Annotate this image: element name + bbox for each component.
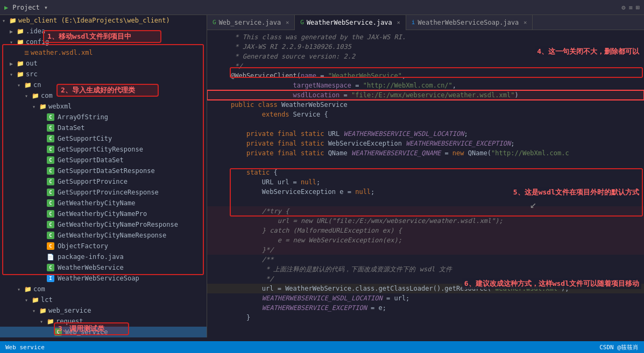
- class-icon-getsupportprovinceresponse: C: [47, 189, 54, 196]
- status-left: Web service: [5, 344, 45, 351]
- code-line-priv2: private final static WebServiceException…: [207, 139, 644, 148]
- code-content-urlfile: url = new URL("file:/E:/wmx/webservice/w…: [229, 216, 644, 226]
- code-editor[interactable]: * This class was generated by the JAX-WS…: [207, 30, 644, 325]
- code-line-3: * Generated source version: 2.2: [207, 52, 644, 61]
- tree-src[interactable]: ▾ 📁 src: [0, 69, 207, 80]
- tree-getweatherbycitynameproresponse[interactable]: ▶ C GetWeatherbyCityNameProResponse: [0, 219, 207, 230]
- class-icon-weatherwebservicesoap: I: [47, 275, 54, 282]
- arrow-arrayofstring: ▶: [40, 114, 45, 120]
- tree-webservice-class[interactable]: ▶ C Web_service: [0, 327, 207, 337]
- tree-dataset[interactable]: ▶ C DataSet: [0, 123, 207, 133]
- tab-label-webservice: Web_service.java: [219, 19, 281, 26]
- tree-getweatherbycityname[interactable]: ▶ C GetWeatherbyCityName: [0, 198, 207, 208]
- folder-icon-com2: 📁: [24, 286, 32, 293]
- code-line-javadocopen: /**: [207, 255, 644, 264]
- tree-getweatherbycitynamepro[interactable]: ▶ C GetWeatherbyCityNamePro: [0, 208, 207, 219]
- tree-packageinfo-label: package-info.java: [56, 253, 124, 261]
- code-content-3: * Generated source version: 2.2: [229, 52, 644, 61]
- folder-icon-com: 📁: [32, 92, 39, 99]
- dropdown-arrow[interactable]: ▾: [44, 4, 48, 11]
- tree-getweatherbycitynameresponse[interactable]: ▶ C GetWeatherbyCityNameResponse: [0, 230, 207, 241]
- code-content-wsenull: WebServiceException e = null;: [229, 187, 644, 197]
- tab-icon-weatherwebservicesoap: i: [412, 19, 415, 26]
- tree-webxml[interactable]: ▾ 📁 webxml: [0, 101, 207, 112]
- settings-icon-1[interactable]: ⚙: [621, 4, 625, 11]
- tree-objectfactory[interactable]: ▶ C ObjectFactory: [0, 241, 207, 251]
- code-content-priv1: private final static URL WEATHERWEBSERVI…: [229, 129, 644, 139]
- tree-getsupportdatasetresponse[interactable]: ▶ C GetSupportDataSetResponse: [0, 165, 207, 176]
- code-line-priv3: private final static QName WEATHERWEBSER…: [207, 148, 644, 158]
- tree-webservice-folder-label: web_service: [48, 307, 91, 314]
- code-line-wsdlloc: wsdlLocation = "file:/E:/wmx/webservice/…: [207, 90, 644, 100]
- tab-webservice[interactable]: G Web_service.java ✕: [207, 15, 295, 30]
- code-line-2: * JAX-WS RI 2.2.9-b130926.1035: [207, 42, 644, 52]
- code-content-wsdllocassign: WEATHERWEBSERVICE_WSDL_LOCATION = url;: [229, 293, 644, 303]
- tab-close-weatherwebservicesoap[interactable]: ✕: [523, 19, 527, 25]
- tree-config-label: config: [26, 38, 49, 46]
- tree-getsupportdataset-label: GetSupportDataSet: [56, 156, 124, 164]
- tree-getsupportcity[interactable]: ▶ C GetSupportCity: [0, 133, 207, 144]
- tree-arrayofstring[interactable]: ▶ C ArrayOfString: [0, 112, 207, 123]
- tree-wsdl[interactable]: ▶ ☰ weather.wsdl.xml: [0, 47, 207, 58]
- code-line-urlfile: url = new URL("file:/E:/wmx/webservice/w…: [207, 216, 644, 226]
- settings-icon-3[interactable]: ⊞: [636, 4, 640, 11]
- code-content-priv2: private final static WebServiceException…: [229, 139, 644, 148]
- status-bar: Web service CSDN @筱筱肖: [0, 341, 644, 353]
- code-content-urlnull: URL url = null;: [229, 177, 644, 187]
- code-content-5: @WebServiceClient(name = "WeatherWebServ…: [229, 71, 644, 81]
- folder-icon-config: 📁: [17, 39, 24, 46]
- tree-getsupportprovince[interactable]: ▶ C GetSupportProvince: [0, 176, 207, 187]
- tree-getweatherbycityname-label: GetWeatherbyCityName: [56, 199, 136, 207]
- tree-webservice-folder[interactable]: ▾ 📁 web_service: [0, 305, 207, 316]
- arrow-webservice-folder: ▾: [32, 308, 38, 314]
- tree-weatherwebservice-label: WeatherWebService: [56, 264, 124, 271]
- tree-request[interactable]: ▾ 📁 request: [0, 316, 207, 327]
- arrow-root: ▾: [2, 18, 8, 24]
- tree-root[interactable]: ▾ 📁 web_client (E:\IdeaProjects\web_clie…: [0, 15, 207, 26]
- class-icon-getsupportcityresponse: C: [47, 146, 54, 153]
- arrow-weatherwebservicesoap: ▶: [40, 276, 45, 282]
- folder-icon-lct: 📁: [32, 297, 39, 304]
- tree-weatherwebservice[interactable]: ▶ C WeatherWebService: [0, 262, 207, 273]
- arrow-src: ▾: [10, 71, 15, 77]
- arrow-idea: ▶: [10, 28, 15, 34]
- tab-weatherwebservicesoap[interactable]: i WeatherWebServiceSoap.java ✕: [406, 15, 533, 30]
- tree-packageinfo[interactable]: ▶ 📄 package-info.java: [0, 251, 207, 262]
- arrow-getweatherbycitynameproresponse: ▶: [40, 222, 45, 228]
- class-icon-getweatherbycitynameproresponse: C: [47, 221, 54, 228]
- tree-idea[interactable]: ▶ 📁 .idea: [0, 26, 207, 37]
- code-line-urlnull: URL url = null;: [207, 177, 644, 187]
- arrow-com2: ▾: [17, 286, 23, 292]
- settings-icon-2[interactable]: ≡: [629, 4, 633, 11]
- tab-weatherwebservice[interactable]: G WeatherWebService.java ✕: [295, 15, 406, 30]
- tree-src-label: src: [26, 70, 38, 78]
- arrow-out: ▶: [10, 61, 15, 67]
- tree-getsupportprovinceresponse[interactable]: ▶ C GetSupportProvinceResponse: [0, 187, 207, 198]
- arrow-getweatherbycitynamepro: ▶: [40, 211, 45, 217]
- tree-getsupportcityresponse-label: GetSupportCityResponse: [56, 146, 143, 153]
- tree-getsupportcityresponse[interactable]: ▶ C GetSupportCityResponse: [0, 144, 207, 155]
- class-icon-arrayofstring: C: [47, 113, 54, 121]
- arrow-webservice-class: ▶: [47, 329, 53, 335]
- class-icon-getsupportdatasetresponse: C: [47, 167, 54, 175]
- title-bar: ▶ Project ▾ ⚙ ≡ ⊞: [0, 0, 644, 15]
- code-content-1: * This class was generated by the JAX-WS…: [229, 32, 644, 42]
- arrow-getweatherbycityname: ▶: [40, 200, 45, 206]
- tree-config[interactable]: ▾ 📁 config: [0, 37, 207, 47]
- folder-icon-src: 📁: [17, 71, 24, 78]
- tree-weatherwebservicesoap[interactable]: ▶ I WeatherWebServiceSoap: [0, 273, 207, 284]
- status-right: CSDN @筱筱肖: [599, 343, 639, 351]
- tab-close-weatherwebservice[interactable]: ✕: [397, 19, 400, 25]
- tree-out[interactable]: ▶ 📁 out: [0, 58, 207, 69]
- tab-close-webservice[interactable]: ✕: [286, 19, 289, 25]
- tree-lct[interactable]: ▾ 📁 lct: [0, 294, 207, 305]
- code-content-blockclose: }: [229, 313, 644, 322]
- code-line-blockclose: }: [207, 313, 644, 322]
- tree-com[interactable]: ▾ 📁 com: [0, 90, 207, 101]
- tree-cn[interactable]: ▾ 📁 cn: [0, 80, 207, 90]
- tree-com2[interactable]: ▾ 📁 com: [0, 284, 207, 294]
- tab-icon-weatherwebservice: G: [300, 19, 304, 26]
- tree-getsupportdataset[interactable]: ▶ C GetSupportDataSet: [0, 155, 207, 165]
- code-line-4: */: [207, 61, 644, 71]
- tree-getweatherbycitynamepro-label: GetWeatherbyCityNamePro: [56, 210, 147, 218]
